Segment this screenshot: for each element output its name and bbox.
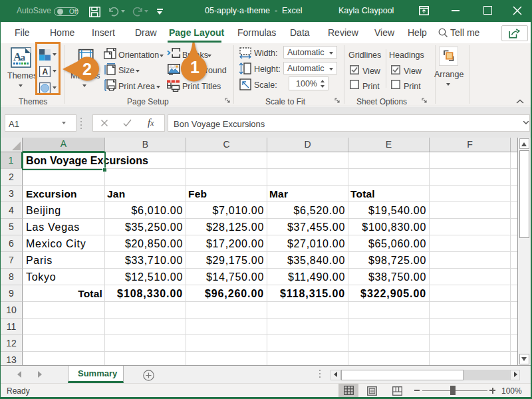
svg-text:1: 1 (190, 58, 200, 76)
svg-text:2: 2 (82, 60, 92, 78)
svg-text:a: a (21, 53, 25, 63)
